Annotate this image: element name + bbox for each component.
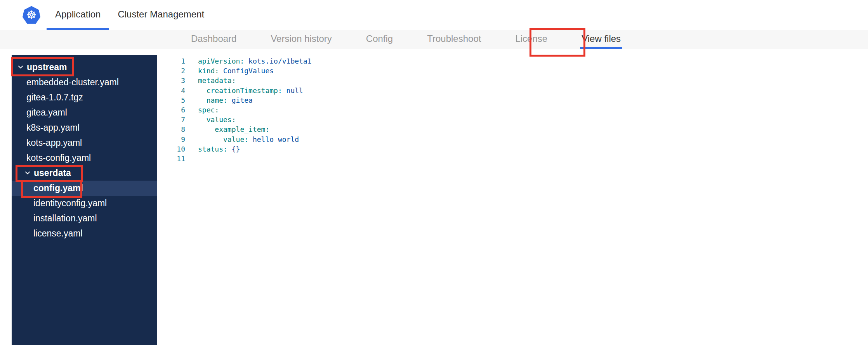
file-installation-yaml[interactable]: installation.yaml — [12, 211, 157, 226]
line-content: example_item: — [198, 124, 269, 134]
code-editor[interactable]: 1apiVersion: kots.io/v1beta12kind: Confi… — [157, 49, 868, 345]
line-content: name: gitea — [198, 95, 253, 105]
editor-line-2: 2kind: ConfigValues — [157, 66, 868, 76]
line-content: value: hello world — [198, 135, 299, 144]
line-content: spec: — [198, 105, 219, 115]
kubernetes-heptagon: ☸ — [23, 6, 40, 24]
nav-item-troubleshoot[interactable]: Troubleshoot — [425, 30, 483, 49]
top-header: ☸ ApplicationCluster Management — [0, 0, 868, 30]
nav-item-view-files[interactable]: View files — [580, 30, 622, 49]
line-number: 10 — [157, 144, 185, 154]
line-number: 3 — [157, 76, 185, 85]
nav-item-version-history[interactable]: Version history — [269, 30, 333, 49]
editor-line-4: 4 creationTimestamp: null — [157, 86, 868, 95]
tree-item-label: embedded-cluster.yaml — [26, 77, 119, 88]
line-number: 5 — [157, 95, 185, 105]
chevron-down-icon — [18, 66, 23, 69]
file-gitea-1-0-7-tgz[interactable]: gitea-1.0.7.tgz — [12, 90, 157, 105]
line-number: 8 — [157, 124, 185, 134]
editor-line-7: 7 values: — [157, 115, 868, 124]
header-tabs: ApplicationCluster Management — [47, 0, 213, 30]
nav-item-license[interactable]: License — [514, 30, 549, 49]
editor-line-11: 11 — [157, 154, 868, 164]
tree-item-label: kots-app.yaml — [26, 138, 82, 148]
content-area: upstreamembedded-cluster.yamlgitea-1.0.7… — [0, 49, 868, 345]
line-number: 4 — [157, 86, 185, 95]
line-content: creationTimestamp: null — [198, 86, 303, 95]
tree-item-label: k8s-app.yaml — [26, 122, 80, 133]
folder-upstream[interactable]: upstream — [12, 60, 157, 75]
editor-line-9: 9 value: hello world — [157, 135, 868, 144]
tree-item-label: gitea-1.0.7.tgz — [26, 92, 83, 103]
line-number: 6 — [157, 105, 185, 115]
line-number: 2 — [157, 66, 185, 76]
file-k8s-app-yaml[interactable]: k8s-app.yaml — [12, 120, 157, 135]
tree-item-label: installation.yaml — [33, 213, 97, 224]
tree-item-label: kots-config.yaml — [26, 153, 91, 163]
file-gitea-yaml[interactable]: gitea.yaml — [12, 105, 157, 120]
editor-line-8: 8 example_item: — [157, 124, 868, 134]
editor-line-3: 3metadata: — [157, 76, 868, 85]
file-tree: upstreamembedded-cluster.yamlgitea-1.0.7… — [12, 55, 157, 345]
editor-line-6: 6spec: — [157, 105, 868, 115]
editor-line-1: 1apiVersion: kots.io/v1beta1 — [157, 56, 868, 66]
tree-item-label: license.yaml — [33, 228, 83, 239]
line-content: status: {} — [198, 144, 240, 154]
tab-cluster-management[interactable]: Cluster Management — [109, 0, 213, 30]
editor-line-5: 5 name: gitea — [157, 95, 868, 105]
line-content: metadata: — [198, 76, 236, 85]
file-kots-app-yaml[interactable]: kots-app.yaml — [12, 135, 157, 150]
nav-item-config[interactable]: Config — [365, 30, 394, 49]
tree-item-label: identityconfig.yaml — [33, 198, 107, 209]
file-kots-config-yaml[interactable]: kots-config.yaml — [12, 150, 157, 166]
app-subnav: DashboardVersion historyConfigTroublesho… — [0, 30, 868, 49]
line-number: 9 — [157, 135, 185, 144]
editor-line-10: 10status: {} — [157, 144, 868, 154]
kubernetes-wheel-icon: ☸ — [26, 9, 37, 21]
line-number: 7 — [157, 115, 185, 124]
line-number: 11 — [157, 154, 185, 164]
file-embedded-cluster-yaml[interactable]: embedded-cluster.yaml — [12, 75, 157, 90]
line-content: apiVersion: kots.io/v1beta1 — [198, 56, 312, 66]
tree-item-label: gitea.yaml — [26, 107, 67, 118]
line-content: kind: ConfigValues — [198, 66, 274, 76]
nav-item-dashboard[interactable]: Dashboard — [189, 30, 238, 49]
line-number: 1 — [157, 56, 185, 66]
line-content: values: — [198, 115, 236, 124]
folder-userdata[interactable]: userdata — [12, 166, 157, 181]
tree-item-label: upstream — [27, 62, 67, 72]
kubernetes-logo[interactable]: ☸ — [23, 6, 40, 24]
tree-item-label: userdata — [34, 168, 71, 178]
tab-application[interactable]: Application — [47, 0, 109, 30]
file-config-yaml[interactable]: config.yaml — [12, 181, 157, 196]
tree-item-label: config.yaml — [33, 183, 83, 193]
file-license-yaml[interactable]: license.yaml — [12, 226, 157, 241]
file-identityconfig-yaml[interactable]: identityconfig.yaml — [12, 196, 157, 211]
chevron-down-icon — [25, 171, 30, 175]
